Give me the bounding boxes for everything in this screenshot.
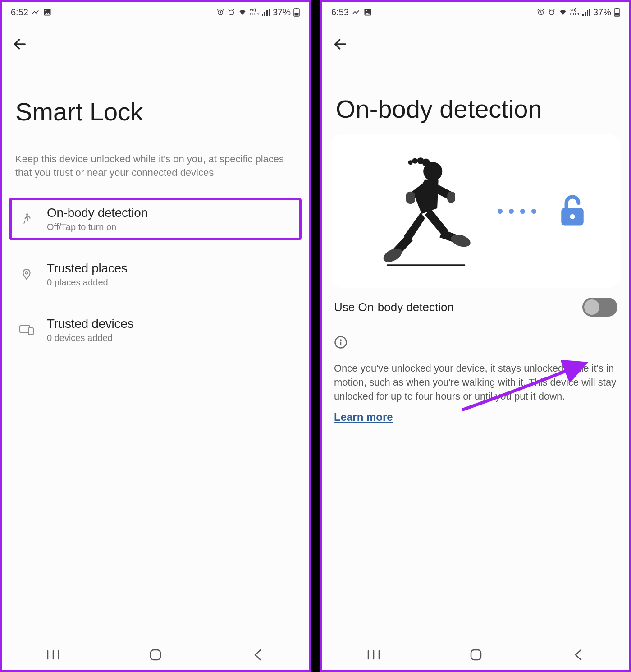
svg-point-41 xyxy=(570,214,575,219)
svg-rect-5 xyxy=(264,12,265,16)
svg-rect-36 xyxy=(406,192,415,204)
clock-icon xyxy=(548,8,556,16)
unlock-icon xyxy=(557,195,588,227)
svg-rect-4 xyxy=(262,14,263,16)
item-trusted-devices[interactable]: Trusted devices 0 devices added xyxy=(11,310,300,350)
nav-home-button[interactable] xyxy=(467,646,485,664)
info-icon xyxy=(322,319,629,351)
hero-illustration xyxy=(330,134,621,288)
item-subtitle: Off/Tap to turn on xyxy=(47,222,148,232)
item-subtitle: 0 places added xyxy=(47,277,127,288)
status-bar: 6:52 Vo)LTE1 37% xyxy=(2,2,309,23)
status-battery-pct: 37% xyxy=(593,7,611,18)
signal-icon xyxy=(582,9,590,16)
svg-rect-48 xyxy=(471,650,481,660)
info-text: Once you've unlocked your device, it sta… xyxy=(322,351,629,403)
location-pin-icon xyxy=(19,267,34,282)
svg-rect-35 xyxy=(447,192,455,203)
image-icon xyxy=(363,8,372,17)
status-time: 6:53 xyxy=(331,7,349,18)
svg-point-32 xyxy=(412,158,417,164)
svg-point-3 xyxy=(229,10,233,15)
page-title: Smart Lock xyxy=(15,97,295,126)
status-battery-pct: 37% xyxy=(273,7,291,18)
signal-icon xyxy=(262,9,270,16)
alarm-icon xyxy=(537,8,545,16)
nav-back-button[interactable] xyxy=(569,646,587,664)
alarm-icon xyxy=(216,8,224,16)
svg-rect-6 xyxy=(266,10,268,16)
missed-call-icon xyxy=(31,8,40,17)
screen-on-body-detection: 6:53 Vo)LTE1 37% On-body detection xyxy=(320,0,631,672)
wifi-icon xyxy=(238,8,247,16)
devices-icon xyxy=(19,322,34,337)
svg-rect-18 xyxy=(151,650,160,660)
navigation-bar xyxy=(322,639,629,670)
on-body-detection-toggle[interactable] xyxy=(582,298,617,317)
wifi-icon xyxy=(558,8,567,16)
running-person-icon xyxy=(364,152,477,270)
svg-rect-9 xyxy=(296,8,297,9)
navigation-bar xyxy=(2,639,309,670)
item-title: Trusted places xyxy=(47,261,127,276)
svg-point-34 xyxy=(423,162,442,181)
svg-point-1 xyxy=(45,10,46,11)
item-subtitle: 0 devices added xyxy=(47,333,133,343)
page-title: On-body detection xyxy=(336,95,616,124)
status-bar: 6:53 Vo)LTE1 37% xyxy=(322,2,629,23)
screen-smart-lock: 6:52 Vo)LTE1 37% Smart Lock Keep this de… xyxy=(0,0,311,672)
status-time: 6:52 xyxy=(11,7,28,18)
svg-point-20 xyxy=(366,10,367,11)
svg-rect-24 xyxy=(585,12,586,16)
back-button[interactable] xyxy=(332,36,348,52)
dots-indicator xyxy=(498,209,536,214)
svg-point-12 xyxy=(25,272,27,274)
item-title: On-body detection xyxy=(47,206,148,220)
missed-call-icon xyxy=(352,8,361,17)
svg-rect-23 xyxy=(582,14,584,16)
svg-rect-29 xyxy=(615,13,619,16)
svg-rect-7 xyxy=(269,9,270,16)
image-icon xyxy=(43,8,52,17)
svg-rect-25 xyxy=(587,10,588,16)
item-title: Trusted devices xyxy=(47,317,133,331)
svg-rect-28 xyxy=(616,8,618,9)
svg-point-22 xyxy=(549,10,554,15)
item-on-body-detection[interactable]: On-body detection Off/Tap to turn on xyxy=(11,199,300,239)
svg-rect-14 xyxy=(28,328,33,335)
svg-point-33 xyxy=(408,161,412,165)
svg-point-31 xyxy=(417,158,424,165)
svg-point-43 xyxy=(340,340,342,341)
volte-icon: Vo)LTE1 xyxy=(570,8,580,16)
back-button[interactable] xyxy=(12,36,28,52)
page-subtitle: Keep this device unlocked while it's on … xyxy=(2,135,309,179)
svg-point-11 xyxy=(26,214,28,216)
svg-rect-44 xyxy=(340,342,342,345)
nav-recents-button[interactable] xyxy=(44,646,62,664)
learn-more-link[interactable]: Learn more xyxy=(322,404,629,423)
svg-rect-26 xyxy=(589,9,590,16)
nav-home-button[interactable] xyxy=(146,646,165,664)
nav-recents-button[interactable] xyxy=(365,646,383,664)
battery-icon xyxy=(614,8,620,17)
volte-icon: Vo)LTE1 xyxy=(250,8,259,16)
svg-rect-10 xyxy=(295,13,299,16)
nav-back-button[interactable] xyxy=(249,646,267,664)
toggle-label: Use On-body detection xyxy=(334,300,454,314)
battery-icon xyxy=(293,8,300,17)
walking-person-icon xyxy=(19,211,34,226)
clock-icon xyxy=(227,8,235,16)
item-trusted-places[interactable]: Trusted places 0 places added xyxy=(11,255,300,294)
